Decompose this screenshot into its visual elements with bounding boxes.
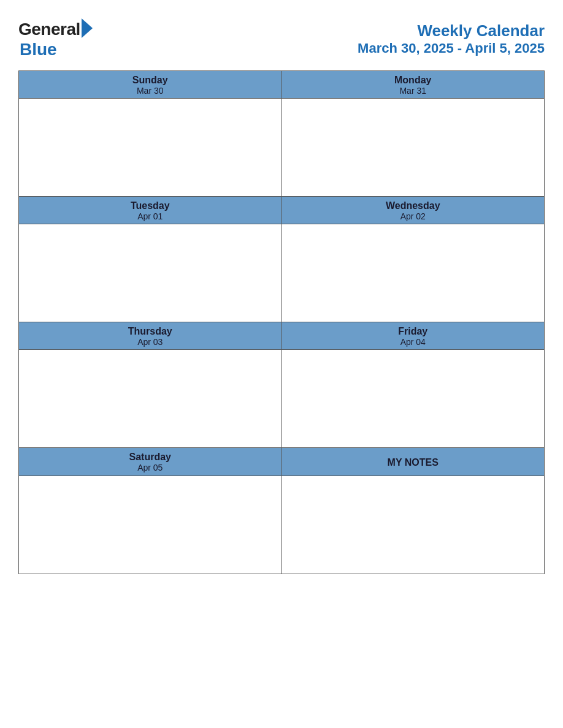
monday-cell[interactable]	[282, 98, 545, 196]
friday-cell[interactable]	[282, 349, 545, 447]
row-3-cells	[19, 349, 545, 447]
logo-blue-text: Blue	[20, 40, 57, 59]
friday-header: Friday Apr 04	[282, 322, 545, 349]
saturday-date: Apr 05	[21, 463, 279, 472]
row-1-cells	[19, 98, 545, 196]
tuesday-cell[interactable]	[19, 224, 282, 322]
notes-cell[interactable]	[282, 476, 545, 574]
row-2-header: Tuesday Apr 01 Wednesday Apr 02	[19, 196, 545, 224]
wednesday-header: Wednesday Apr 02	[282, 196, 545, 224]
row-4-header: Saturday Apr 05 MY NOTES	[19, 447, 545, 476]
thursday-name: Thursday	[21, 326, 279, 337]
wednesday-date: Apr 02	[285, 211, 542, 221]
sunday-name: Sunday	[21, 75, 279, 86]
logo: General Blue	[18, 18, 93, 59]
title-block: Weekly Calendar March 30, 2025 - April 5…	[358, 21, 545, 56]
logo-general-text: General	[18, 20, 80, 39]
logo-triangle-icon	[82, 18, 93, 38]
saturday-header: Saturday Apr 05	[19, 447, 282, 476]
tuesday-date: Apr 01	[21, 211, 279, 221]
calendar-date-range: March 30, 2025 - April 5, 2025	[358, 40, 545, 56]
tuesday-name: Tuesday	[21, 200, 279, 211]
friday-date: Apr 04	[285, 337, 542, 347]
row-1-header: Sunday Mar 30 Monday Mar 31	[19, 70, 545, 98]
sunday-cell[interactable]	[19, 98, 282, 196]
row-2-cells	[19, 224, 545, 322]
thursday-header: Thursday Apr 03	[19, 322, 282, 349]
wednesday-cell[interactable]	[282, 224, 545, 322]
friday-name: Friday	[285, 326, 542, 337]
sunday-header: Sunday Mar 30	[19, 70, 282, 98]
saturday-cell[interactable]	[19, 476, 282, 574]
thursday-date: Apr 03	[21, 337, 279, 347]
tuesday-header: Tuesday Apr 01	[19, 196, 282, 224]
sunday-date: Mar 30	[21, 86, 279, 96]
page-header: General Blue Weekly Calendar March 30, 2…	[18, 18, 545, 59]
saturday-name: Saturday	[21, 452, 279, 463]
monday-header: Monday Mar 31	[282, 70, 545, 98]
calendar-table: Sunday Mar 30 Monday Mar 31 Tuesday Apr …	[18, 70, 545, 574]
monday-name: Monday	[285, 75, 542, 86]
row-4-cells	[19, 476, 545, 574]
notes-header: MY NOTES	[282, 447, 545, 476]
wednesday-name: Wednesday	[285, 200, 542, 211]
row-3-header: Thursday Apr 03 Friday Apr 04	[19, 322, 545, 349]
thursday-cell[interactable]	[19, 349, 282, 447]
monday-date: Mar 31	[285, 86, 542, 96]
calendar-title: Weekly Calendar	[358, 21, 545, 40]
notes-label: MY NOTES	[285, 452, 542, 473]
